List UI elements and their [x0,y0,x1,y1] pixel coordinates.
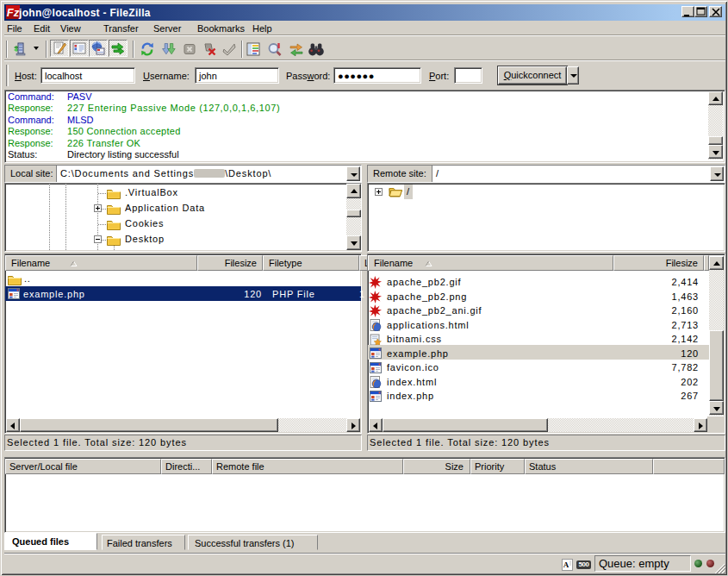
svg-text:Fz: Fz [7,6,20,19]
svg-text:A: A [563,560,569,569]
